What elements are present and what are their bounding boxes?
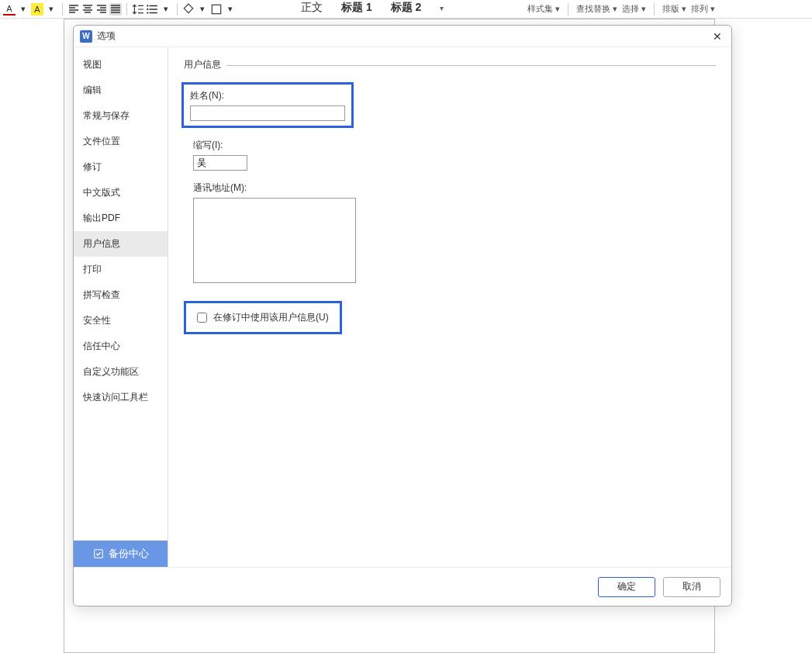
options-content: 用户信息 姓名(N): 缩写(I): 通讯地址(M): 在修订中使用该用户信息(…: [168, 47, 731, 567]
dialog-title: 选项: [97, 29, 710, 43]
sidebar-item-customize-ribbon[interactable]: 自定义功能区: [74, 359, 168, 385]
line-spacing-icon[interactable]: [132, 3, 144, 16]
dropdown-icon[interactable]: ▾: [160, 3, 172, 16]
styleset-menu[interactable]: 样式集 ▾: [527, 3, 560, 16]
arrange-menu[interactable]: 排列 ▾: [691, 3, 715, 16]
separator: [568, 3, 568, 16]
highlight-color-icon[interactable]: A: [31, 3, 43, 16]
separator: [654, 3, 655, 16]
separator: [126, 3, 127, 16]
align-left-icon[interactable]: [67, 3, 80, 16]
sidebar-item-spellcheck[interactable]: 拼写检查: [74, 282, 168, 308]
backup-center-button[interactable]: 备份中心: [74, 541, 168, 567]
svg-rect-3: [212, 5, 220, 13]
style-heading1[interactable]: 标题 1: [335, 1, 378, 15]
separator: [177, 3, 178, 16]
select-menu[interactable]: 选择 ▾: [622, 3, 646, 16]
sidebar-item-chinese-layout[interactable]: 中文版式: [74, 180, 168, 206]
svg-point-0: [147, 5, 148, 6]
find-replace-menu[interactable]: 查找替换 ▾: [576, 3, 617, 16]
sidebar-item-view[interactable]: 视图: [74, 52, 168, 78]
use-in-revision-row[interactable]: 在修订中使用该用户信息(U): [192, 308, 333, 327]
highlight-name-field: 姓名(N):: [181, 82, 354, 128]
sidebar-item-user-info[interactable]: 用户信息: [74, 231, 168, 257]
cancel-button[interactable]: 取消: [663, 577, 720, 597]
dropdown-icon[interactable]: ▾: [45, 3, 57, 16]
dropdown-icon[interactable]: ▾: [196, 3, 209, 16]
initials-input[interactable]: [193, 155, 247, 171]
dialog-footer: 确定 取消: [74, 567, 731, 606]
sidebar-item-general-save[interactable]: 常规与保存: [74, 103, 168, 129]
align-center-icon[interactable]: [81, 3, 94, 16]
list-icon[interactable]: [146, 3, 158, 16]
sidebar-items: 视图 编辑 常规与保存 文件位置 修订 中文版式 输出PDF 用户信息 打印 拼…: [74, 47, 168, 541]
style-heading2[interactable]: 标题 2: [385, 1, 428, 15]
app-icon: W: [80, 30, 92, 43]
ok-button[interactable]: 确定: [598, 577, 655, 597]
svg-point-2: [147, 12, 148, 13]
align-right-icon[interactable]: [95, 3, 108, 16]
use-in-revision-checkbox[interactable]: [197, 313, 207, 323]
align-justify-icon[interactable]: [109, 3, 122, 16]
shading-icon[interactable]: [182, 3, 195, 16]
initials-label: 缩写(I):: [193, 139, 716, 152]
sidebar-item-revision[interactable]: 修订: [74, 154, 168, 180]
style-gallery[interactable]: 正文 标题 1 标题 2 ▾: [295, 0, 450, 16]
dropdown-icon[interactable]: ▾: [224, 3, 237, 16]
options-dialog: W 选项 ✕ 视图 编辑 常规与保存 文件位置 修订 中文版式 输出PDF 用户…: [73, 25, 732, 606]
options-sidebar: 视图 编辑 常规与保存 文件位置 修订 中文版式 输出PDF 用户信息 打印 拼…: [74, 47, 168, 567]
dialog-titlebar: W 选项 ✕: [74, 26, 731, 47]
border-icon[interactable]: [210, 3, 223, 16]
use-in-revision-label: 在修订中使用该用户信息(U): [213, 311, 329, 324]
address-input[interactable]: [193, 198, 356, 283]
address-label: 通讯地址(M):: [193, 181, 716, 195]
backup-label: 备份中心: [109, 547, 149, 561]
dropdown-icon[interactable]: ▾: [17, 3, 29, 16]
sidebar-item-quick-access[interactable]: 快速访问工具栏: [74, 385, 168, 410]
style-more-icon[interactable]: ▾: [434, 4, 450, 12]
sidebar-item-print[interactable]: 打印: [74, 257, 168, 282]
sidebar-item-trust-center[interactable]: 信任中心: [74, 333, 168, 359]
sidebar-item-security[interactable]: 安全性: [74, 308, 168, 333]
style-normal[interactable]: 正文: [295, 1, 329, 15]
font-color-icon[interactable]: A: [3, 3, 16, 16]
sidebar-item-edit[interactable]: 编辑: [74, 78, 168, 103]
separator: [62, 3, 63, 16]
sidebar-item-file-location[interactable]: 文件位置: [74, 129, 168, 154]
ribbon-right-group: 样式集 ▾ 查找替换 ▾ 选择 ▾ 排版 ▾ 排列 ▾: [527, 3, 715, 16]
section-title-userinfo: 用户信息: [184, 58, 716, 71]
close-icon[interactable]: ✕: [710, 29, 725, 44]
name-label: 姓名(N):: [190, 89, 345, 102]
backup-icon: [93, 548, 104, 559]
layout-menu[interactable]: 排版 ▾: [662, 3, 686, 16]
sidebar-item-output-pdf[interactable]: 输出PDF: [74, 206, 168, 231]
svg-point-1: [147, 8, 148, 9]
name-input[interactable]: [190, 105, 345, 121]
